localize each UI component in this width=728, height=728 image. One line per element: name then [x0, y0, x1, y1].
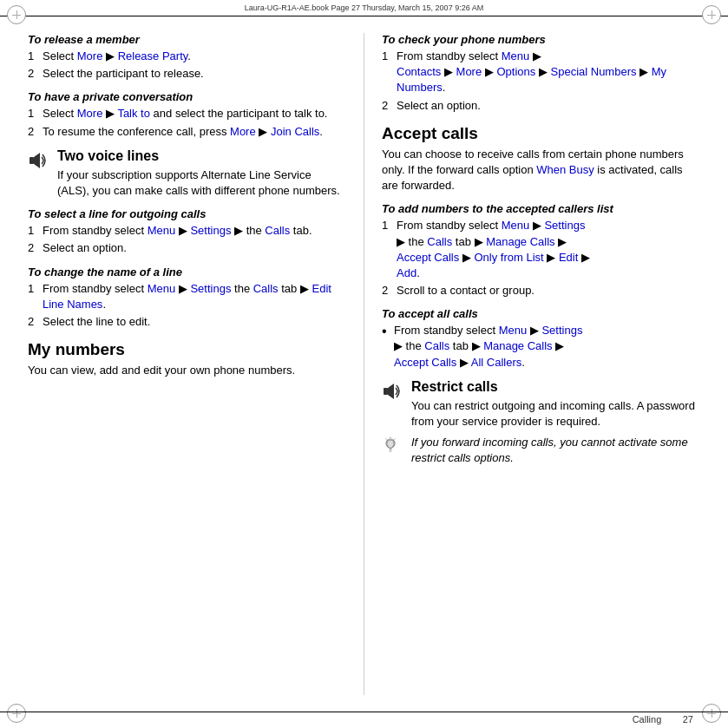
footer-page: 27 [683, 714, 693, 725]
menu-link: More [230, 125, 256, 138]
speaker-icon [28, 150, 49, 171]
select-line-heading: To select a line for outgoing calls [28, 207, 346, 220]
page-container: Laura-UG-R1A-AE.book Page 27 Thursday, M… [0, 0, 728, 728]
restrict-speaker-icon [382, 381, 403, 402]
svg-rect-2 [384, 388, 388, 395]
step-content: Select an option. [397, 98, 700, 114]
release-member-heading: To release a member [28, 33, 346, 46]
step-number: 2 [382, 98, 394, 114]
menu-link: Join Calls [271, 125, 319, 138]
change-line-steps: 1 From standby select Menu ▶ Settings th… [28, 281, 346, 331]
menu-link: Manage Calls [483, 339, 553, 352]
menu-link: Settings [190, 224, 231, 237]
step-number: 2 [28, 240, 40, 256]
menu-link: Menu [502, 49, 530, 62]
menu-link: Add [397, 266, 416, 279]
accept-calls-title: Accept calls [382, 124, 700, 143]
accept-all-list: • From standby select Menu ▶ Settings ▶ … [382, 323, 700, 371]
svg-line-6 [395, 439, 396, 440]
restrict-calls-content: Restrict calls You can restrict outgoing… [411, 379, 700, 430]
corner-mark-tr [702, 5, 721, 24]
my-numbers-title: My numbers [28, 340, 346, 359]
bullet-item: • From standby select Menu ▶ Settings ▶ … [382, 323, 700, 371]
menu-link: Options [496, 65, 535, 78]
corner-mark-br [702, 704, 721, 723]
menu-link: Talk to [117, 107, 150, 120]
menu-link: Edit [559, 251, 578, 264]
menu-link: Menu [148, 282, 176, 295]
svg-marker-3 [388, 384, 394, 399]
note-text: If you forward incoming calls, you canno… [411, 435, 700, 466]
add-numbers-steps: 1 From standby select Menu ▶ Settings ▶ … [382, 218, 700, 298]
corner-mark-bl [7, 704, 26, 723]
restrict-calls-section: Restrict calls You can restrict outgoing… [382, 379, 700, 430]
add-numbers-heading: To add numbers to the accepted callers l… [382, 202, 700, 215]
my-numbers-body: You can view, add and edit your own phon… [28, 363, 346, 378]
step-content: Select More ▶ Talk to and select the par… [43, 106, 346, 121]
step-item: 2 To resume the conference call, press M… [28, 124, 346, 140]
step-item: 1 From standby select Menu ▶ Settings ▶ … [382, 218, 700, 281]
step-item: 2 Select the line to edit. [28, 314, 346, 330]
step-content: Select the participant to release. [43, 66, 346, 82]
bottom-border [0, 712, 728, 712]
two-voice-lines-section: Two voice lines If your subscription sup… [28, 148, 346, 199]
step-content: To resume the conference call, press Mor… [43, 124, 346, 140]
menu-link: More [77, 107, 103, 120]
menu-link: All Callers [471, 356, 522, 369]
bullet-symbol: • [382, 323, 394, 339]
private-convo-steps: 1 Select More ▶ Talk to and select the p… [28, 106, 346, 139]
accept-calls-body: You can choose to receive calls from cer… [382, 147, 700, 194]
step-item: 1 From standby select Menu ▶ Settings ▶ … [28, 223, 346, 239]
accept-all-calls-heading: To accept all calls [382, 307, 700, 320]
corner-mark-tl [7, 5, 26, 24]
header-text: Laura-UG-R1A-AE.book Page 27 Thursday, M… [245, 3, 483, 12]
menu-link: Release Party [118, 49, 188, 62]
restrict-speaker-icon-box [382, 379, 406, 402]
right-column: To check your phone numbers 1 From stand… [364, 24, 700, 704]
lightbulb-icon [382, 436, 399, 454]
two-voice-lines-title: Two voice lines [57, 148, 346, 164]
menu-link: Calls [265, 224, 290, 237]
step-number: 1 [28, 49, 40, 64]
menu-link: Settings [190, 282, 231, 295]
main-content: To release a member 1 Select More ▶ Rele… [28, 24, 700, 704]
step-content: From standby select Menu ▶ Contacts ▶ Mo… [397, 49, 700, 96]
step-number: 1 [28, 106, 40, 121]
svg-marker-1 [34, 153, 40, 168]
menu-link: Menu [499, 324, 528, 337]
menu-link: Calls [427, 235, 452, 248]
menu-link: Manage Calls [486, 235, 555, 248]
menu-link: More [456, 65, 482, 78]
step-item: 1 From standby select Menu ▶ Contacts ▶ … [382, 49, 700, 96]
step-content: Select More ▶ Release Party. [43, 49, 346, 64]
step-number: 1 [382, 218, 394, 233]
menu-link: Edit Line Names [43, 282, 331, 311]
menu-link: Only from List [475, 251, 544, 264]
check-phone-steps: 1 From standby select Menu ▶ Contacts ▶ … [382, 49, 700, 114]
step-content: From standby select Menu ▶ Settings ▶ th… [397, 218, 700, 281]
menu-link: Contacts [397, 65, 441, 78]
step-number: 1 [28, 281, 40, 297]
menu-link: Menu [502, 219, 530, 232]
top-border [0, 16, 728, 16]
menu-link: Settings [541, 324, 582, 337]
step-number: 2 [28, 66, 40, 82]
menu-link: Accept Calls [394, 356, 456, 369]
menu-link: More [77, 49, 103, 62]
step-number: 1 [28, 223, 40, 239]
lightbulb-icon-box [382, 435, 406, 454]
footer-label: Calling [633, 714, 662, 725]
step-number: 2 [382, 283, 394, 298]
step-content: From standby select Menu ▶ Settings ▶ th… [43, 223, 346, 239]
step-item: 1 Select More ▶ Release Party. [28, 49, 346, 64]
step-item: 1 Select More ▶ Talk to and select the p… [28, 106, 346, 121]
step-number: 2 [28, 124, 40, 140]
menu-link: Menu [148, 224, 176, 237]
svg-rect-0 [30, 157, 34, 164]
footer: Calling 27 [633, 714, 693, 725]
menu-link: Settings [544, 219, 585, 232]
restrict-calls-title: Restrict calls [411, 379, 700, 395]
menu-link: Special Numbers [551, 65, 637, 78]
step-item: 2 Select an option. [28, 240, 346, 256]
step-content: Scroll to a contact or group. [397, 283, 700, 298]
